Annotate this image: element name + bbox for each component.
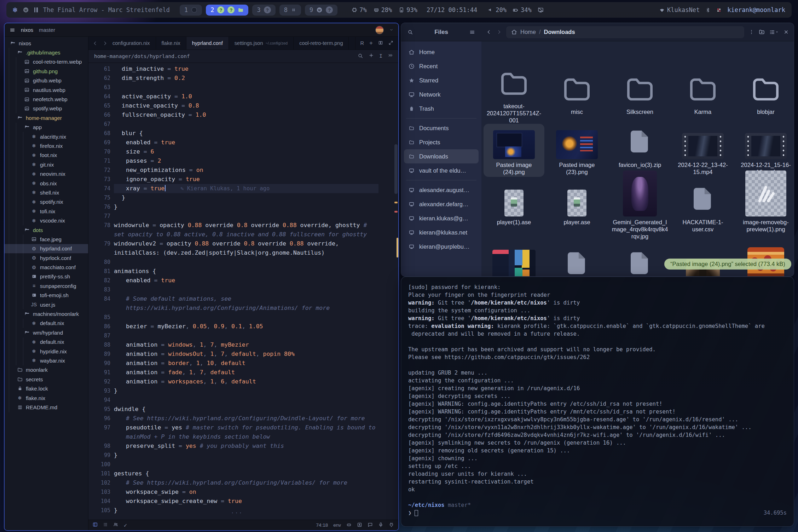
code-line-88[interactable]: 88animation = windows, 1, 7, myBezier (114, 340, 378, 349)
file-item-hackatime-1-user-csv[interactable]: HACKATIME-1-user.csv (672, 177, 733, 249)
tree-item-user-js[interactable]: JSuser.js (5, 300, 88, 309)
close-icon[interactable] (783, 29, 789, 35)
workspace-2[interactable]: 2?? (206, 5, 248, 16)
file-item-wrapped-png[interactable]: wrapped.png (484, 249, 544, 277)
workspace-8[interactable]: 8 (279, 5, 301, 16)
code-line-80[interactable]: 80 (114, 258, 378, 267)
code-line-97[interactable]: 97pseudotile = yes # master switch for p… (114, 423, 378, 441)
file-item-2024-12-21-15-16-16-mp4[interactable]: 2024-12-21_15-16-16.mp4 (735, 124, 794, 177)
avatar[interactable] (375, 26, 384, 34)
buffer-search-icon[interactable] (358, 53, 363, 60)
tree-item-macchiato-conf[interactable]: ⚙macchiato.conf (5, 262, 88, 272)
sidebar-item-vault-of-the-eldu-[interactable]: vault of the eldu… (404, 163, 479, 178)
screen-stat[interactable] (538, 7, 546, 13)
file-item-karma[interactable]: Karma (672, 46, 733, 124)
code-line-82[interactable]: 82enabled = true (114, 276, 378, 285)
file-item-takeout-20241207t155714z-001[interactable]: takeout-20241207T155714Z-001 (484, 46, 544, 124)
wifi-module[interactable]: KlukasNet (659, 6, 700, 13)
back-icon[interactable] (486, 29, 492, 35)
file-item-player-1-ase[interactable]: player(1).ase (484, 177, 544, 249)
code-editor[interactable]: 61dim_inactive = true62dim_strength = 0.… (88, 63, 398, 520)
breadcrumb[interactable]: home-manager/dots/hyprland.conf (94, 53, 190, 59)
code-line-94[interactable]: 94 (114, 395, 378, 405)
view-toggle-icon[interactable] (769, 29, 779, 35)
tree-item-default-nix[interactable]: ❄default.nix (5, 319, 88, 328)
extensions-icon[interactable] (389, 522, 394, 528)
tree-item-firefox-nix[interactable]: ❄firefox.nix (5, 141, 88, 150)
git-branch[interactable]: master (39, 27, 55, 33)
tree-item-moonlark[interactable]: moonlark (5, 365, 88, 375)
tree-item-secrets[interactable]: secrets (5, 375, 88, 384)
tree-item-hypridle-nix[interactable]: ❄hypridle.nix (5, 347, 88, 356)
code-line-87[interactable]: 87 (114, 331, 378, 340)
file-item-image-removebg-preview-1-png[interactable]: image-removebg-preview(1).png (735, 177, 794, 249)
code-line-89[interactable]: 89animation = windowsOut, 1, 7, default,… (114, 349, 378, 359)
split-pane-icon[interactable] (378, 40, 383, 46)
tree-item-tofi-nix[interactable]: ❄tofi.nix (5, 207, 88, 216)
workspace-3[interactable]: 3? (252, 5, 275, 16)
language-icon[interactable] (357, 522, 362, 528)
tree-item-hyprlock-conf[interactable]: ⚙hyprlock.conf (5, 253, 88, 262)
tree-item-vscode-nix[interactable]: ❄vscode.nix (5, 216, 88, 225)
code-line-76[interactable]: 76} (114, 202, 378, 212)
file-item-silkscreen[interactable]: Silkscreen (609, 46, 670, 124)
tree-item-waybar-nix[interactable]: ❄waybar.nix (5, 356, 88, 365)
tree-item-foot-nix[interactable]: ❄foot.nix (5, 151, 88, 160)
tree-item-app[interactable]: app (5, 123, 88, 132)
code-line-68[interactable]: 68blur { (114, 129, 378, 138)
code-line-77[interactable]: 77 (114, 212, 378, 221)
file-item-misc[interactable]: misc (547, 46, 607, 124)
file-item-2024-12-22-13-42-15-mp4[interactable]: 2024-12-22_13-42-15.mp4 (672, 124, 733, 177)
code-line-84[interactable]: 84# Some default animations, see https:/… (114, 294, 378, 313)
file-item-doubloonleaderboard-csv[interactable]: DoubloonLeaderboard.csv (547, 249, 607, 277)
code-line-96[interactable]: 96# See https://wiki.hyprland.org/Config… (114, 414, 378, 423)
tab-cool-retro-term-png[interactable]: cool-retro-term.png (294, 37, 349, 50)
tree-item-default-nix[interactable]: ❄default.nix (5, 337, 88, 347)
code-line-64[interactable]: 64active_opacity = 1.0 (114, 92, 378, 101)
tree-item-home-manager[interactable]: home-manager (5, 113, 88, 122)
tree-item-dots[interactable]: dots (5, 225, 88, 235)
code-line-92[interactable]: 92animation = workspaces, 1, 6, default (114, 377, 378, 386)
sidebar-item-recent[interactable]: Recent (404, 59, 479, 73)
code-line-69[interactable]: 69enabled = true (114, 138, 378, 147)
code-line-74[interactable]: 74xray = true✎ Kieran Klukas, 1 hour ago (114, 184, 378, 193)
tree-item-tofi-emoji-sh[interactable]: tofi-emoji.sh (5, 291, 88, 300)
code-line-101[interactable]: 101gestures { (114, 469, 378, 478)
code-actions-icon[interactable] (388, 53, 393, 60)
workspace-1[interactable]: 1 (180, 5, 202, 16)
file-item-pasted-image-23-png[interactable]: Pasted image (23).png (547, 124, 607, 177)
file-item-favicon-io-3-zip[interactable]: favicon_io(3).zip (609, 124, 670, 177)
tree-item-spotify-nix[interactable]: ❄spotify.nix (5, 197, 88, 207)
tree-item-git-nix[interactable]: ❄git.nix (5, 160, 88, 169)
project-name[interactable]: nixos (21, 27, 33, 33)
sidebar-item-network[interactable]: Network (404, 87, 479, 102)
workspace-9[interactable]: 9? (305, 5, 337, 16)
code-line-93[interactable]: 93} (114, 386, 378, 395)
hamburger-menu-icon[interactable] (469, 29, 475, 35)
code-line-78[interactable]: 78windowrule = opacity 0.88 override 0.8… (114, 221, 378, 239)
tree-item-neofetch-webp[interactable]: neofetch.webp (5, 94, 88, 104)
sidebar-item-projects[interactable]: Projects (404, 135, 479, 149)
collab-panel-icon[interactable] (113, 522, 118, 528)
code-line-79[interactable]: 79windowrulev2 = opacity 0.88 override 0… (114, 239, 378, 258)
sidebar-item-home[interactable]: Home (404, 45, 479, 59)
code-line-75[interactable]: 75} (114, 193, 378, 202)
code-line-103[interactable]: 103workspace_swipe = on (114, 487, 378, 497)
tree-item-nautilus-webp[interactable]: nautilus.webp (5, 85, 88, 94)
tree-item-obs-nix[interactable]: ❄obs.nix (5, 179, 88, 188)
project-panel-toggle-icon[interactable] (93, 522, 98, 528)
tab-configuration-nix[interactable]: configuration.nix (112, 37, 156, 50)
tree-item--github-images[interactable]: .github/images (5, 48, 88, 57)
tree-item-github-webp[interactable]: github.webp (5, 76, 88, 85)
code-line-62[interactable]: 62dim_strength = 0.2 (114, 74, 378, 83)
sidebar-item-downloads[interactable]: Downloads (404, 149, 479, 163)
search-icon[interactable] (407, 29, 413, 35)
mic-icon[interactable] (378, 522, 383, 528)
code-line-73[interactable]: 73ignore_opacity = true (114, 175, 378, 184)
tab-settings-json[interactable]: settings.json~/.config/zed (229, 37, 294, 50)
kebab-menu-icon[interactable] (749, 29, 754, 35)
maximize-icon[interactable] (388, 40, 393, 46)
sidebar-item-kieran-purplebu-[interactable]: kieran@purplebu… (404, 239, 479, 254)
code-line-90[interactable]: 90animation = border, 1, 10, default (114, 359, 378, 368)
forward-icon[interactable] (496, 29, 502, 35)
